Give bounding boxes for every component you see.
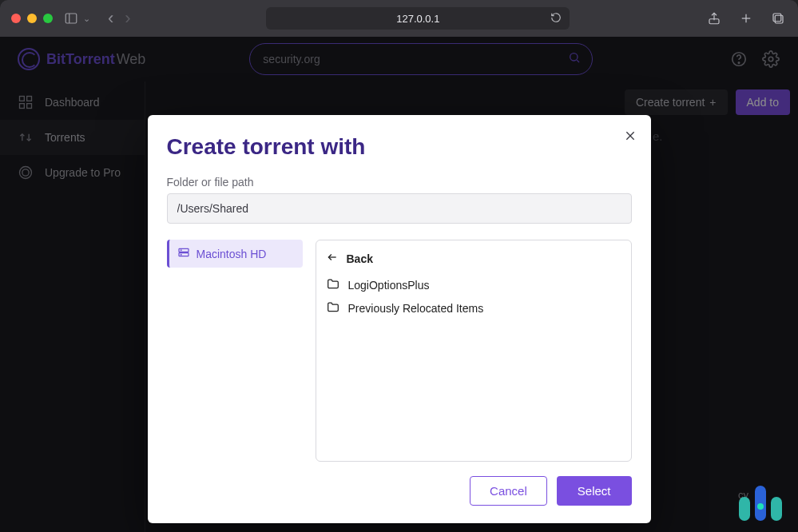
file-browser: Back LogiOptionsPlus Previously Relocate… [316, 240, 632, 462]
favorite-location-item[interactable]: Macintosh HD [167, 240, 303, 268]
close-icon[interactable] [624, 129, 637, 146]
modal-backdrop[interactable]: Create torrent with Folder or file path … [0, 37, 798, 532]
chevron-down-icon[interactable]: ⌄ [83, 14, 90, 24]
folder-item-label: LogiOptionsPlus [348, 279, 430, 292]
path-input-label: Folder or file path [167, 176, 632, 189]
minimize-window-icon[interactable] [27, 14, 37, 23]
watermark-icon [739, 486, 782, 521]
back-button[interactable]: Back [326, 248, 621, 268]
folder-item[interactable]: LogiOptionsPlus [326, 273, 621, 296]
close-window-icon[interactable] [11, 14, 21, 23]
share-icon[interactable] [705, 10, 723, 27]
svg-rect-0 [66, 14, 77, 23]
cancel-button[interactable]: Cancel [470, 476, 547, 506]
arrow-left-icon [326, 252, 339, 265]
path-input[interactable] [167, 193, 632, 224]
zoom-window-icon[interactable] [43, 14, 53, 23]
url-bar[interactable]: 127.0.0.1 [266, 7, 570, 30]
favorite-location-label: Macintosh HD [197, 248, 267, 260]
svg-point-23 [181, 254, 181, 255]
window-controls [11, 14, 53, 23]
modal-title: Create torrent with [167, 134, 632, 160]
browser-titlebar: ⌄ ‹ › 127.0.0.1 [0, 0, 798, 37]
sidebar-toggle-icon[interactable] [62, 10, 80, 27]
folder-icon [326, 278, 340, 292]
folder-icon [326, 301, 340, 315]
svg-rect-5 [775, 15, 783, 23]
app-root: BitTorrent Web [0, 37, 798, 532]
nav-back-icon[interactable]: ‹ [108, 8, 113, 29]
tabs-overview-icon[interactable] [769, 10, 787, 27]
nav-forward-icon[interactable]: › [125, 8, 130, 29]
url-display: 127.0.0.1 [396, 13, 439, 25]
svg-rect-6 [773, 14, 781, 22]
drive-icon [177, 246, 190, 261]
select-button[interactable]: Select [557, 476, 632, 506]
svg-point-22 [181, 250, 181, 251]
folder-item-label: Previously Relocated Items [348, 302, 484, 315]
folder-item[interactable]: Previously Relocated Items [326, 296, 621, 320]
reload-icon[interactable] [550, 12, 562, 26]
back-label: Back [347, 252, 373, 265]
create-torrent-modal: Create torrent with Folder or file path … [148, 115, 651, 523]
new-tab-icon[interactable] [737, 10, 755, 27]
